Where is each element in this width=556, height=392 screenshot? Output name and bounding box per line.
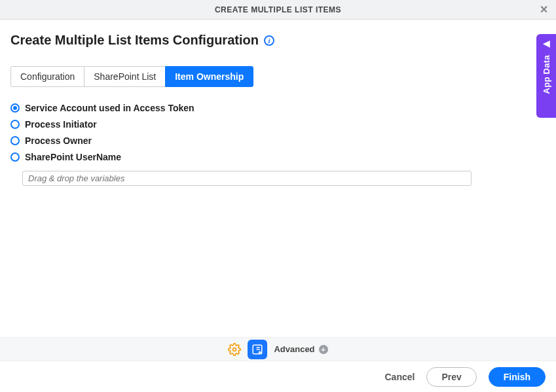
radio-row-process-owner[interactable]: Process Owner: [10, 135, 546, 146]
info-icon[interactable]: i: [264, 35, 274, 46]
close-icon[interactable]: ×: [540, 3, 548, 16]
chevron-left-icon: ◀: [543, 38, 550, 48]
side-panel-toggle-app-data[interactable]: ◀ App Data: [536, 34, 556, 118]
radio-row-service-account[interactable]: Service Account used in Access Token: [10, 103, 546, 113]
prev-button[interactable]: Prev: [426, 367, 476, 387]
radio-row-process-initiator[interactable]: Process Initiator: [10, 119, 546, 130]
plus-circle-icon: +: [319, 345, 328, 354]
radio-input-service-account[interactable]: [10, 103, 20, 113]
radio-row-sharepoint-username[interactable]: SharePoint UserName: [10, 152, 546, 162]
radio-group-item-ownership: Service Account used in Access Token Pro…: [10, 103, 546, 186]
tab-configuration[interactable]: Configuration: [10, 66, 84, 87]
gear-icon[interactable]: [228, 343, 241, 356]
radio-label: Process Initiator: [25, 119, 97, 130]
action-footer: Cancel Prev Finish: [0, 361, 556, 392]
advanced-label: Advanced: [274, 344, 314, 354]
radio-label: SharePoint UserName: [25, 152, 121, 162]
modal-header: CREATE MULTIPLE LIST ITEMS ×: [0, 0, 556, 20]
cancel-button[interactable]: Cancel: [384, 372, 415, 382]
radio-input-sharepoint-username[interactable]: [10, 152, 20, 162]
modal-body: Create Multiple List Items Configuration…: [0, 20, 556, 186]
page-title: Create Multiple List Items Configuration: [10, 33, 259, 48]
finish-button[interactable]: Finish: [489, 367, 546, 387]
svg-point-0: [233, 347, 236, 351]
radio-input-process-owner[interactable]: [10, 136, 20, 145]
modal-title: CREATE MULTIPLE LIST ITEMS: [215, 5, 341, 14]
radio-label: Service Account used in Access Token: [25, 103, 195, 113]
advanced-toggle[interactable]: Advanced +: [274, 344, 327, 354]
toolbar-footer: Advanced +: [0, 337, 556, 361]
side-panel-label: App Data: [542, 55, 551, 94]
page-title-row: Create Multiple List Items Configuration…: [10, 33, 546, 48]
radio-label: Process Owner: [25, 135, 92, 146]
variable-dropzone-input[interactable]: [22, 171, 472, 186]
tab-sharepoint-list[interactable]: SharePoint List: [84, 66, 166, 87]
radio-input-process-initiator[interactable]: [10, 120, 20, 129]
form-builder-icon[interactable]: [248, 340, 267, 359]
tab-item-ownership[interactable]: Item Ownership: [165, 66, 253, 87]
tab-bar: Configuration SharePoint List Item Owner…: [10, 66, 546, 87]
